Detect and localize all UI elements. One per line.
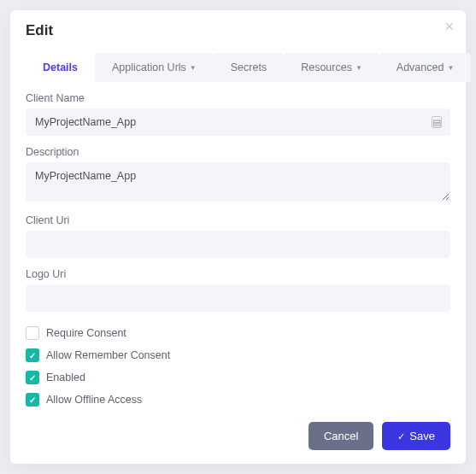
chevron-down-icon: ▼	[447, 64, 454, 72]
tab-resources[interactable]: Resources ▼	[284, 53, 379, 82]
save-button-label: Save	[409, 430, 435, 442]
edit-modal: Edit × Details Application Urls ▼ Secret…	[10, 10, 466, 464]
tabs-bar: Details Application Urls ▼ Secrets Resou…	[10, 44, 466, 82]
modal-footer: Cancel Save	[10, 412, 466, 464]
checkbox-group: Require Consent ✓ Allow Remember Consent…	[26, 322, 450, 411]
tab-label: Secrets	[231, 61, 267, 73]
tab-label: Details	[43, 61, 78, 73]
field-client-name: Client Name ▤	[26, 92, 450, 136]
client-uri-label: Client Uri	[26, 214, 450, 226]
allow-offline-checkbox[interactable]: ✓	[26, 393, 39, 407]
enabled-label: Enabled	[46, 372, 85, 383]
allow-remember-label: Allow Remember Consent	[46, 349, 170, 361]
logo-uri-label: Logo Uri	[26, 268, 450, 280]
cancel-button[interactable]: Cancel	[309, 422, 373, 450]
description-label: Description	[26, 146, 450, 158]
require-consent-label: Require Consent	[46, 327, 126, 339]
check-row-allow-remember: ✓ Allow Remember Consent	[26, 344, 450, 366]
modal-title: Edit	[26, 22, 450, 39]
modal-header: Edit ×	[10, 10, 466, 44]
chevron-down-icon: ▼	[190, 64, 197, 72]
chevron-down-icon: ▼	[356, 64, 362, 72]
client-uri-input[interactable]	[26, 231, 450, 258]
check-row-enabled: ✓ Enabled	[26, 366, 450, 389]
description-input[interactable]	[26, 162, 450, 202]
field-logo-uri: Logo Uri	[26, 268, 450, 312]
client-name-label: Client Name	[26, 92, 450, 104]
require-consent-checkbox[interactable]	[26, 326, 39, 340]
allow-remember-checkbox[interactable]: ✓	[26, 348, 39, 362]
logo-uri-input[interactable]	[26, 284, 450, 312]
tab-secrets[interactable]: Secrets	[214, 53, 284, 82]
tab-label: Advanced	[397, 61, 444, 73]
input-wrap: ▤	[26, 108, 450, 136]
field-client-uri: Client Uri	[26, 214, 450, 258]
tab-label: Application Urls	[112, 61, 186, 73]
tab-advanced[interactable]: Advanced ▼	[379, 53, 472, 82]
tab-label: Resources	[301, 61, 352, 73]
field-description: Description	[26, 146, 450, 204]
autofill-icon[interactable]: ▤	[432, 116, 442, 128]
close-icon[interactable]: ×	[444, 19, 454, 34]
check-icon	[397, 430, 405, 442]
enabled-checkbox[interactable]: ✓	[26, 371, 39, 384]
allow-offline-label: Allow Offline Access	[46, 394, 142, 406]
cancel-button-label: Cancel	[324, 430, 358, 442]
check-row-allow-offline: ✓ Allow Offline Access	[26, 389, 450, 411]
check-row-require-consent: Require Consent	[26, 322, 450, 344]
modal-body: Client Name ▤ Description Client Uri Log…	[10, 82, 466, 412]
tab-details[interactable]: Details	[26, 53, 95, 82]
client-name-input[interactable]	[26, 108, 450, 136]
save-button[interactable]: Save	[382, 422, 450, 450]
tab-application-urls[interactable]: Application Urls ▼	[95, 53, 214, 82]
